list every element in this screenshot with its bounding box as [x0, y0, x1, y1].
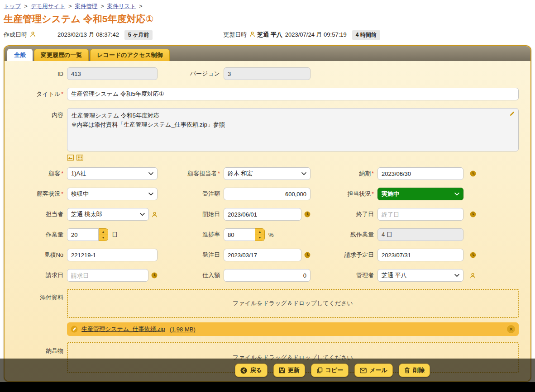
bottom-toolbar: 戻る 更新 コピー メール 削除: [0, 359, 535, 382]
customer-status-select[interactable]: 検収中: [67, 188, 158, 200]
billing-plan-date-field[interactable]: [377, 249, 463, 261]
created-at-value: 2023/02/13 月 08:37:42: [57, 31, 119, 39]
customer-select[interactable]: 1)A社: [67, 167, 158, 180]
id-label: ID: [5, 71, 63, 77]
description-tools: [67, 155, 530, 162]
customer-contact-select-value: 鈴木 和宏: [228, 170, 301, 178]
insert-image-icon[interactable]: [67, 155, 74, 162]
customer-status-label: 顧客状況: [5, 190, 63, 198]
stepper-up-icon[interactable]: ▲: [255, 229, 264, 235]
clock-icon[interactable]: [304, 252, 310, 258]
attachments-dropzone[interactable]: ファイルをドラッグ＆ドロップしてください: [67, 289, 519, 318]
version-field[interactable]: [224, 67, 310, 80]
copy-button-label: コピー: [325, 366, 344, 374]
save-icon: [279, 367, 285, 373]
description-field[interactable]: 生産管理システム 令和5年度対応 ※内容は添付資料「生産管理システム_仕事依頼.…: [67, 108, 519, 151]
updated-at-value: 2023/07/24 月 09:57:19: [285, 31, 347, 39]
created-at-label: 作成日時: [4, 31, 27, 39]
remove-attachment-icon[interactable]: ✕: [507, 325, 515, 333]
workload-stepper[interactable]: ▲▼: [99, 228, 108, 241]
back-button[interactable]: 戻る: [235, 364, 267, 377]
update-button[interactable]: 更新: [273, 364, 305, 377]
breadcrumb-separator: >: [24, 3, 27, 9]
mail-button-label: メール: [369, 366, 387, 374]
breadcrumb-link-case-list[interactable]: 案件リスト: [107, 3, 136, 9]
insert-video-icon[interactable]: [76, 155, 83, 162]
stepper-down-icon[interactable]: ▼: [255, 235, 264, 241]
order-date-label: 発注日: [161, 251, 220, 259]
start-date-field[interactable]: [224, 208, 301, 221]
clock-icon[interactable]: [470, 211, 476, 217]
tab-change-history[interactable]: 変更履歴の一覧: [34, 49, 89, 61]
billing-date-field[interactable]: [67, 269, 148, 282]
person-icon[interactable]: [152, 212, 158, 217]
description-label: 内容: [5, 108, 63, 153]
attachment-file-icon: [71, 326, 78, 333]
progress-field[interactable]: [224, 228, 255, 241]
assignee-select[interactable]: 芝通 桃太郎: [67, 208, 149, 221]
breadcrumb: トップ>デモ用サイト>案件管理>案件リスト>: [4, 3, 146, 10]
copy-button[interactable]: コピー: [311, 364, 349, 377]
order-amount-field[interactable]: [224, 188, 310, 200]
breadcrumb-link-top[interactable]: トップ: [4, 3, 21, 9]
delete-button[interactable]: 削除: [399, 364, 430, 377]
breadcrumb-link-case-management[interactable]: 案件管理: [75, 3, 97, 9]
due-date-field[interactable]: [377, 167, 463, 180]
breadcrumb-separator: >: [139, 3, 142, 9]
billing-date-label: 請求日: [5, 271, 63, 279]
clock-icon[interactable]: [151, 272, 158, 279]
id-field[interactable]: [67, 67, 158, 80]
purchase-amount-label: 仕入額: [161, 271, 220, 279]
assignee-select-value: 芝通 桃太郎: [71, 210, 140, 218]
manager-select-value: 芝通 平八: [382, 271, 454, 279]
updated-by-user: 芝通 平八: [257, 31, 282, 39]
stepper-up-icon[interactable]: ▲: [99, 229, 108, 235]
edit-pencil-icon[interactable]: [509, 111, 515, 118]
back-arrow-icon: [240, 367, 247, 374]
start-date-label: 開始日: [161, 210, 220, 218]
created-ago-badge: 5 ヶ月前: [124, 30, 153, 40]
user-icon: [249, 31, 255, 38]
attachments-dropzone-text: ファイルをドラッグ＆ドロップしてください: [233, 299, 353, 307]
attachment-file-name: 生産管理システム_仕事依頼.zip: [81, 325, 165, 333]
title-field[interactable]: [67, 88, 519, 100]
version-label: バージョン: [161, 70, 220, 78]
remaining-workload-label: 残作業量: [314, 231, 374, 239]
form-body: ID バージョン タイトル 内容 生産管理システム 令和5年度対応 ※内容は添付…: [5, 61, 530, 373]
customer-label: 顧客: [5, 170, 63, 178]
updated-ago-badge: 4 時間前: [352, 30, 380, 40]
attachment-file-link[interactable]: 生産管理システム_仕事依頼.zip (1.98 MB): [81, 325, 196, 333]
mail-icon: [360, 368, 367, 373]
progress-stepper[interactable]: ▲▼: [255, 228, 265, 241]
clock-icon[interactable]: [304, 211, 310, 217]
quote-no-field[interactable]: [67, 249, 158, 261]
customer-select-value: 1)A社: [71, 170, 148, 178]
assignee-status-select-value: 実施中: [382, 190, 454, 198]
updated-at-label: 更新日時: [223, 31, 247, 39]
trash-icon: [404, 367, 410, 373]
delete-button-label: 削除: [413, 366, 425, 374]
breadcrumb-link-demo-site[interactable]: デモ用サイト: [31, 3, 65, 9]
stepper-down-icon[interactable]: ▼: [99, 235, 108, 241]
workload-unit: 日: [112, 231, 118, 239]
mail-button[interactable]: メール: [354, 364, 393, 377]
breadcrumb-separator: >: [100, 3, 104, 9]
manager-select[interactable]: 芝通 平八: [377, 269, 463, 282]
assignee-label: 担当者: [5, 210, 63, 218]
tab-record-access-control[interactable]: レコードのアクセス制御: [90, 49, 169, 61]
order-amount-label: 受注額: [161, 190, 220, 198]
attachment-file-size: (1.98 MB): [170, 326, 196, 333]
remaining-workload-field: [377, 228, 463, 241]
assignee-status-select[interactable]: 実施中: [377, 188, 463, 200]
customer-contact-select[interactable]: 鈴木 和宏: [224, 167, 310, 180]
tab-general[interactable]: 全般: [7, 49, 33, 61]
copy-icon: [316, 367, 323, 373]
clock-icon[interactable]: [470, 170, 476, 177]
clock-icon[interactable]: [470, 252, 476, 258]
person-icon[interactable]: [470, 273, 476, 279]
order-date-field[interactable]: [224, 249, 301, 261]
progress-unit: %: [268, 231, 274, 238]
workload-field[interactable]: [67, 228, 99, 241]
end-date-field[interactable]: [377, 208, 463, 221]
purchase-amount-field[interactable]: [224, 269, 310, 282]
